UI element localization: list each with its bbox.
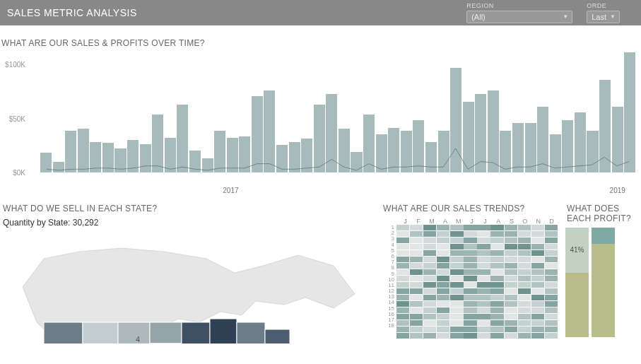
heatmap-cell[interactable] bbox=[545, 327, 558, 332]
heatmap-cell[interactable] bbox=[423, 250, 436, 256]
heatmap-cell[interactable] bbox=[545, 301, 558, 307]
heatmap-cell[interactable] bbox=[490, 269, 503, 275]
heatmap-cell[interactable] bbox=[490, 295, 503, 300]
heatmap-cell[interactable] bbox=[490, 320, 503, 326]
heatmap-cell[interactable] bbox=[450, 257, 463, 262]
heatmap-cell[interactable] bbox=[437, 244, 449, 249]
heatmap-cell[interactable] bbox=[518, 288, 531, 294]
heatmap-cell[interactable] bbox=[518, 269, 531, 275]
heatmap-cell[interactable] bbox=[518, 250, 531, 256]
heatmap-cell[interactable] bbox=[464, 250, 476, 256]
heatmap-cell[interactable] bbox=[505, 314, 517, 319]
heatmap-grid[interactable] bbox=[396, 225, 558, 339]
heatmap-cell[interactable] bbox=[450, 295, 463, 300]
heatmap-cell[interactable] bbox=[464, 263, 476, 269]
heatmap-cell[interactable] bbox=[531, 295, 544, 300]
heatmap-cell[interactable] bbox=[437, 276, 449, 281]
heatmap-cell[interactable] bbox=[396, 257, 409, 262]
heatmap-cell[interactable] bbox=[464, 307, 476, 313]
heatmap-cell[interactable] bbox=[505, 333, 517, 339]
heatmap-cell[interactable] bbox=[490, 282, 503, 288]
heatmap-cell[interactable] bbox=[518, 231, 531, 237]
heatmap-cell[interactable] bbox=[437, 263, 449, 269]
heatmap-cell[interactable] bbox=[450, 269, 463, 275]
heatmap-cell[interactable] bbox=[423, 333, 436, 339]
heatmap-cell[interactable] bbox=[437, 333, 449, 339]
heatmap-cell[interactable] bbox=[423, 231, 436, 237]
heatmap-cell[interactable] bbox=[450, 333, 463, 339]
heatmap-cell[interactable] bbox=[450, 250, 463, 256]
heatmap-cell[interactable] bbox=[464, 301, 476, 307]
heatmap-cell[interactable] bbox=[490, 237, 503, 243]
heatmap-cell[interactable] bbox=[464, 327, 476, 332]
heatmap-cell[interactable] bbox=[423, 269, 436, 275]
heatmap-cell[interactable] bbox=[423, 314, 436, 319]
heatmap-cell[interactable] bbox=[490, 225, 503, 230]
heatmap-cell[interactable] bbox=[396, 269, 409, 275]
heatmap-cell[interactable] bbox=[531, 276, 544, 281]
heatmap-cell[interactable] bbox=[410, 288, 423, 294]
heatmap-cell[interactable] bbox=[477, 295, 490, 300]
heatmap-cell[interactable] bbox=[464, 288, 476, 294]
heatmap-cell[interactable] bbox=[423, 320, 436, 326]
heatmap-cell[interactable] bbox=[410, 244, 423, 249]
heatmap-cell[interactable] bbox=[437, 250, 449, 256]
heatmap-cell[interactable] bbox=[490, 288, 503, 294]
heatmap-cell[interactable] bbox=[518, 320, 531, 326]
heatmap-cell[interactable] bbox=[423, 327, 436, 332]
heatmap-cell[interactable] bbox=[518, 282, 531, 288]
heatmap-cell[interactable] bbox=[423, 301, 436, 307]
heatmap-cell[interactable] bbox=[505, 282, 517, 288]
heatmap-cell[interactable] bbox=[410, 225, 423, 230]
heatmap-cell[interactable] bbox=[437, 282, 449, 288]
heatmap-cell[interactable] bbox=[477, 269, 490, 275]
heatmap-cell[interactable] bbox=[477, 231, 490, 237]
heatmap-cell[interactable] bbox=[396, 225, 409, 230]
heatmap-cell[interactable] bbox=[450, 225, 463, 230]
heatmap-cell[interactable] bbox=[518, 225, 531, 230]
heatmap-cell[interactable] bbox=[396, 237, 409, 243]
heatmap-cell[interactable] bbox=[531, 301, 544, 307]
heatmap-cell[interactable] bbox=[396, 250, 409, 256]
heatmap-cell[interactable] bbox=[490, 231, 503, 237]
heatmap-cell[interactable] bbox=[477, 320, 490, 326]
heatmap-cell[interactable] bbox=[423, 225, 436, 230]
heatmap-cell[interactable] bbox=[423, 295, 436, 300]
heatmap-cell[interactable] bbox=[396, 320, 409, 326]
heatmap-cell[interactable] bbox=[490, 333, 503, 339]
heatmap-cell[interactable] bbox=[437, 257, 449, 262]
heatmap-cell[interactable] bbox=[437, 307, 449, 313]
heatmap-cell[interactable] bbox=[531, 269, 544, 275]
heatmap-cell[interactable] bbox=[396, 301, 409, 307]
heatmap-cell[interactable] bbox=[464, 320, 476, 326]
heatmap-cell[interactable] bbox=[531, 314, 544, 319]
sales-profit-chart[interactable]: $100K $50K $0K 2017 2019 bbox=[1, 52, 641, 194]
heatmap-cell[interactable] bbox=[545, 269, 558, 275]
heatmap-cell[interactable] bbox=[531, 282, 544, 288]
heatmap-cell[interactable] bbox=[464, 276, 476, 281]
heatmap-cell[interactable] bbox=[410, 269, 423, 275]
heatmap-cell[interactable] bbox=[410, 333, 423, 339]
heatmap-cell[interactable] bbox=[545, 307, 558, 313]
heatmap-cell[interactable] bbox=[477, 301, 490, 307]
heatmap-cell[interactable] bbox=[518, 244, 531, 249]
heatmap-cell[interactable] bbox=[490, 301, 503, 307]
heatmap-cell[interactable] bbox=[545, 231, 558, 237]
heatmap-cell[interactable] bbox=[464, 257, 476, 262]
heatmap-cell[interactable] bbox=[410, 320, 423, 326]
heatmap-cell[interactable] bbox=[545, 288, 558, 294]
heatmap-cell[interactable] bbox=[477, 250, 490, 256]
heatmap-cell[interactable] bbox=[531, 237, 544, 243]
heatmap-cell[interactable] bbox=[437, 237, 449, 243]
heatmap-cell[interactable] bbox=[396, 263, 409, 269]
heatmap-cell[interactable] bbox=[396, 231, 409, 237]
heatmap-cell[interactable] bbox=[437, 320, 449, 326]
heatmap-cell[interactable] bbox=[410, 257, 423, 262]
heatmap-cell[interactable] bbox=[505, 237, 517, 243]
heatmap-cell[interactable] bbox=[477, 237, 490, 243]
heatmap-cell[interactable] bbox=[531, 244, 544, 249]
heatmap-cell[interactable] bbox=[477, 307, 490, 313]
heatmap-cell[interactable] bbox=[464, 333, 476, 339]
heatmap-cell[interactable] bbox=[505, 257, 517, 262]
heatmap-cell[interactable] bbox=[410, 301, 423, 307]
